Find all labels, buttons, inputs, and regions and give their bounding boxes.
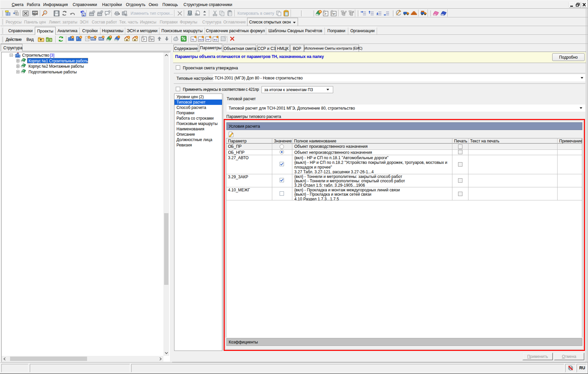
svg-text:М29: М29 — [199, 39, 204, 41]
svg-text:P: P — [143, 38, 145, 41]
svg-text:ПР: ПР — [150, 38, 154, 41]
svg-text:%: % — [192, 38, 194, 41]
svg-text:ж: ж — [83, 13, 85, 16]
svg-text:РР: РР — [206, 38, 210, 41]
svg-text:PDF: PDF — [33, 11, 38, 14]
svg-text:ПР: ПР — [332, 12, 336, 16]
svg-text:ФЗ: ФЗ — [214, 38, 217, 41]
svg-text:P: P — [324, 12, 326, 16]
